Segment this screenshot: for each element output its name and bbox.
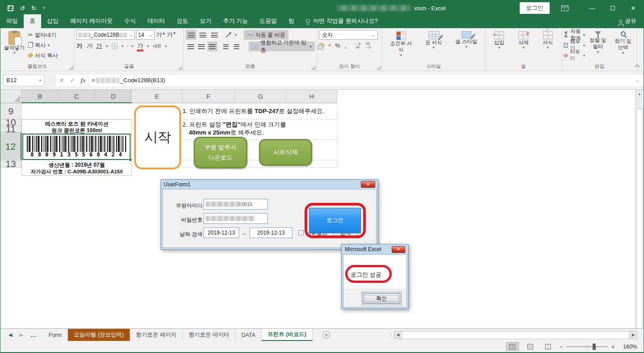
scroll-up-icon[interactable]: ▲ (636, 90, 644, 98)
clear-button[interactable]: 지우기▾ (564, 50, 585, 60)
insert-function-icon[interactable]: fx (78, 75, 89, 86)
date-from-input[interactable]: 2019-12-13 (203, 227, 239, 238)
column-header-H[interactable]: H (287, 90, 337, 103)
tell-me-box[interactable]: 어떤 작업을 원하시나요? (300, 17, 383, 28)
cell-styles-button[interactable]: 셀 스타일 ▾ (453, 30, 480, 63)
sheet-tab-print-barcode[interactable]: 프린트 (바코드) (262, 329, 313, 341)
format-painter-button[interactable]: 서식 복사 (28, 50, 58, 60)
font-dialog-launcher-icon[interactable] (178, 66, 182, 69)
increase-decimal-button[interactable]: ←.0 .00 (355, 42, 360, 49)
orientation-button[interactable] (223, 30, 234, 40)
grow-font-button[interactable]: 가▲ (156, 31, 165, 39)
align-center-button[interactable] (196, 42, 206, 51)
scroll-right-icon[interactable]: ▶ (629, 331, 637, 339)
sheet-tab-form[interactable]: Form (43, 329, 68, 341)
scroll-left-icon[interactable]: ◀ (394, 331, 402, 339)
userform-close-icon[interactable]: ✕ (361, 181, 375, 188)
formula-input[interactable]: = _Code128B(B13) (89, 75, 631, 86)
increase-indent-button[interactable] (232, 42, 242, 51)
selection-fill-handle[interactable] (129, 158, 132, 161)
tab-page-layout[interactable]: 페이지 레이아웃 (64, 14, 119, 28)
sheet-tab-oil-label[interactable]: 오일라벨 (정보입력) (68, 329, 130, 341)
ribbon-display-options-icon[interactable] (561, 5, 568, 11)
enter-formula-icon[interactable]: ✓ (67, 75, 78, 86)
ok-button[interactable]: 확인 (363, 293, 400, 304)
undo-icon[interactable]: ↺ (20, 5, 25, 11)
coupang-download-button[interactable]: 쿠팡 발주서 다운로드 (194, 137, 247, 168)
column-header-G[interactable]: G (235, 90, 287, 103)
format-cells-button[interactable]: 서식 ▾ (541, 30, 555, 63)
row-header-12[interactable]: 12 (0, 133, 21, 160)
tab-addins[interactable]: 추가 기능 (217, 14, 254, 28)
sheet-tab-fragrant-page[interactable]: 향기로운 페이지 (130, 329, 183, 341)
page-layout-view-button[interactable] (524, 342, 537, 351)
vertical-scrollbar[interactable]: ▲ (635, 90, 644, 330)
tab-formulas[interactable]: 수식 (119, 14, 142, 28)
tab-insert[interactable]: 삽입 (41, 14, 64, 28)
shrink-font-button[interactable]: 가▼ (167, 31, 176, 39)
sheet-next-icon[interactable]: ▶ (19, 332, 23, 338)
tab-review[interactable]: 검토 (171, 14, 194, 28)
font-size-box[interactable]: 14⌄ (136, 30, 155, 40)
accounting-format-icon[interactable] (319, 43, 324, 48)
share-button[interactable]: 공유 (612, 17, 644, 28)
alignment-dialog-launcher-icon[interactable] (312, 66, 315, 69)
sheet-prev-icon[interactable]: ◀ (8, 332, 12, 338)
insert-cells-button[interactable]: 삽입 ▾ (492, 30, 506, 63)
align-middle-button[interactable] (197, 30, 208, 40)
column-header-B[interactable]: B (21, 90, 59, 103)
row-header-13[interactable]: 13 (0, 160, 21, 168)
tab-team[interactable]: 팀 (283, 14, 300, 28)
number-format-dropdown[interactable]: 숫자 ⌄ (319, 30, 378, 40)
zoom-in-icon[interactable]: + (611, 343, 615, 350)
normal-view-button[interactable] (506, 342, 519, 351)
number-dialog-launcher-icon[interactable] (377, 66, 381, 69)
delete-cells-button[interactable]: 삭제 ▾ (517, 30, 530, 63)
expand-formula-bar-icon[interactable]: ⌄ (631, 75, 644, 86)
row-header-11[interactable]: 11 (0, 126, 21, 133)
userform-title-bar[interactable]: UserForm1 ✕ (161, 180, 378, 189)
sheet-tab-data[interactable]: DATA (236, 329, 262, 341)
align-top-button[interactable] (186, 30, 196, 40)
paste-button[interactable]: 붙여넣기 ▾ (2, 30, 26, 63)
password-input[interactable] (203, 213, 268, 224)
tab-help[interactable]: 도움말 (254, 14, 283, 28)
tab-split-handle[interactable]: ⁞ (387, 332, 394, 337)
close-button[interactable]: ✕ (623, 0, 644, 16)
conditional-formatting-button[interactable]: 조건부 서식 ▾ (388, 30, 415, 63)
customize-qat-icon[interactable]: ▿ (42, 6, 45, 10)
decrease-indent-button[interactable] (221, 42, 231, 51)
column-header-D[interactable]: D (95, 90, 132, 103)
barcode-cell-selected[interactable]: 8 8 0 9 1 3 5 5 6 8 4 2 4 (22, 134, 131, 160)
coupang-id-input[interactable]: 0015 (203, 199, 268, 210)
italic-button[interactable]: 가 (86, 42, 92, 50)
name-box[interactable]: B12 ▾ (3, 75, 44, 86)
msgbox-close-icon[interactable]: ✕ (392, 246, 405, 253)
cut-button[interactable]: ✂잘라내기 (28, 30, 58, 40)
collapse-ribbon-icon[interactable] (635, 64, 639, 68)
clipboard-dialog-launcher-icon[interactable] (69, 66, 73, 69)
comma-style-button[interactable]: , (345, 42, 347, 49)
sort-filter-button[interactable]: 정렬 및 필터 ▾ (586, 30, 610, 63)
align-bottom-button[interactable] (209, 30, 220, 40)
merge-center-button[interactable]: ↔ 병합하고 가운데 맞춤 ▾ (249, 42, 315, 51)
tab-home[interactable]: 홈 (24, 14, 41, 28)
row-header-10[interactable]: 10 (0, 119, 21, 126)
save-icon[interactable] (8, 5, 13, 11)
cancel-formula-icon[interactable]: ✕ (56, 75, 67, 86)
login-button[interactable]: 로그인 (309, 208, 361, 233)
minimize-button[interactable]: — (582, 0, 602, 16)
format-as-table-button[interactable]: 표 서식 ▾ (421, 30, 446, 63)
page-break-view-button[interactable] (542, 342, 555, 351)
borders-icon[interactable] (112, 43, 118, 49)
start-macro-button[interactable]: 시작 (134, 105, 181, 169)
zoom-slider[interactable] (567, 346, 608, 347)
row-header-9[interactable]: 9 (0, 103, 21, 119)
copy-button[interactable]: 복사▾ (28, 40, 58, 50)
tab-view[interactable]: 보기 (194, 14, 217, 28)
font-color-button[interactable]: 가 (137, 42, 143, 50)
tab-data[interactable]: 데이터 (142, 14, 171, 28)
sheet-tab-fragrant-data[interactable]: 향기로운 데이타 (183, 329, 236, 341)
horizontal-scroll-track[interactable] (402, 331, 629, 339)
horizontal-scrollbar[interactable]: ◀ ▶ (394, 331, 637, 339)
